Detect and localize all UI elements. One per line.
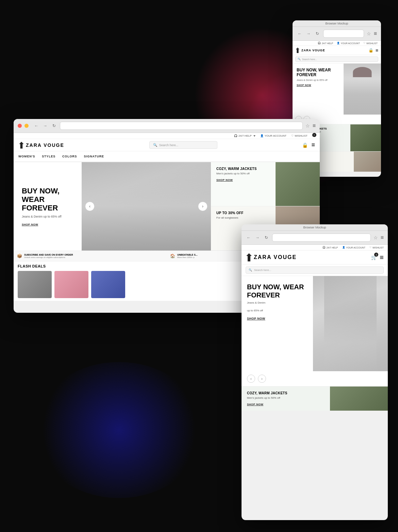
account-link-1[interactable]: 👤 YOUR ACCOUNT: [337, 42, 360, 45]
browser-toolbar-2: ← → ↻ ☆ ≡: [14, 119, 320, 133]
account-link-3[interactable]: 👤 YOUR ACCOUNT: [342, 246, 365, 249]
carousel-prev-3[interactable]: ‹: [247, 375, 255, 383]
bookmark-icon-1[interactable]: ☆: [367, 31, 371, 36]
headset-icon-1: 🎧: [318, 42, 321, 45]
hero-subtitle-1: Jeans & Denim up to 65% off: [297, 79, 339, 81]
hero-image-1: [344, 64, 381, 115]
back-button-2[interactable]: ←: [33, 123, 39, 129]
search-container-3: 🔍 Search here...: [242, 264, 388, 276]
card-jackets-cta-3[interactable]: SHOP NOW: [247, 403, 325, 406]
refresh-button-2[interactable]: ↻: [51, 123, 57, 129]
cart-icon-3[interactable]: 🛒0: [371, 255, 377, 260]
carousel-prev-2[interactable]: ‹: [85, 202, 95, 211]
card-jackets-cta-2[interactable]: SHOP NOW: [216, 178, 270, 182]
header-icons-3: 🛒0 ≡: [371, 254, 384, 261]
carousel-next-2[interactable]: ›: [198, 202, 208, 211]
help-link-3[interactable]: 🎧 24/7 HELP: [322, 246, 338, 249]
hero-cta-container-3: SHOP NOW: [247, 317, 308, 320]
wishlist-link-2[interactable]: ♡ WISHLIST: [291, 134, 308, 137]
close-btn-2[interactable]: [18, 124, 22, 128]
card-jackets-title-2: COZY, WARM JACKETS: [216, 167, 270, 171]
card-sunglasses-sub-2: For all sunglasses: [216, 216, 270, 219]
browser-toolbar-1: ← → ↻ ☆ ≡: [293, 27, 381, 41]
card-sunglasses-title-2: UP TO 30% OFF: [216, 211, 270, 215]
hamburger-icon-3[interactable]: ≡: [380, 254, 384, 261]
bookmark-icon-2[interactable]: ☆: [305, 123, 310, 128]
forward-button-1[interactable]: →: [305, 31, 312, 37]
refresh-button-1[interactable]: ↻: [314, 31, 320, 37]
wishlist-link-3[interactable]: ♡ WISHLIST: [369, 246, 384, 249]
hero-title-2: BUY NOW, WEAR FOREVER: [22, 187, 73, 212]
search-bar-1[interactable]: 🔍 Search here...: [295, 56, 378, 62]
card-jackets-text-2: COZY, WARM JACKETS Men's jackets up to 5…: [211, 162, 276, 206]
search-icon-2: 🔍: [153, 143, 157, 147]
nav-signature-2[interactable]: SIGNATURE: [84, 151, 104, 161]
menu-icon-2[interactable]: ≡: [313, 123, 316, 129]
deal-item-1[interactable]: [18, 271, 52, 298]
account-link-2[interactable]: 👤 YOUR ACCOUNT: [260, 134, 286, 137]
card-jackets-sub-3: Men's jackets up to 50% off: [247, 396, 325, 399]
model-overlay-2: [82, 162, 211, 251]
logo-3: ZARA VOUGE: [246, 253, 297, 261]
header-icons-1: 🔒 ≡: [368, 48, 378, 53]
cart-count-2: 0: [312, 133, 316, 137]
lock-icon-2[interactable]: 🔒: [302, 142, 308, 148]
logo-text-3: ZARA VOUGE: [254, 254, 297, 260]
back-button-1[interactable]: ←: [297, 31, 303, 37]
search-container-1: 🔍 Search here...: [293, 55, 381, 64]
help-link-2[interactable]: 🎧 24/7 HELP: [234, 134, 255, 137]
hero-text-3: BUY NOW, WEAR FOREVER Jeans & Denim up t…: [242, 276, 313, 371]
nav-styles-2[interactable]: STYLES: [42, 151, 55, 161]
logo-icon-2: [18, 142, 24, 149]
user-icon-1: 👤: [337, 42, 340, 45]
logo-2: ZARA VOUGE: [18, 142, 64, 149]
forward-button-3[interactable]: →: [254, 235, 261, 241]
card-sunglasses-img-1: [354, 152, 381, 172]
hamburger-icon-2[interactable]: ≡: [311, 141, 315, 149]
cart-badge-2[interactable]: 🛍 0: [312, 134, 315, 137]
hero-subtitle-2: Jeans & Denim up to 65% off: [22, 215, 73, 218]
wishlist-link-1[interactable]: ♡ WISHLIST: [363, 42, 378, 45]
bookmark-icon-3[interactable]: ☆: [374, 235, 378, 240]
address-bar-2[interactable]: [60, 122, 303, 130]
hero-cta-2[interactable]: SHOP NOW: [22, 223, 73, 226]
back-button-3[interactable]: ←: [246, 235, 252, 241]
cart-icon-1[interactable]: 🔒: [368, 48, 374, 53]
search-input-2[interactable]: 🔍 Search here...: [149, 141, 217, 149]
header-main-2: ZARA VOUGE 🔍 Search here... 🔒 ≡: [14, 139, 320, 151]
model-figure-3: [324, 276, 377, 371]
header-top-1: 🎧 24/7 HELP 👤 YOUR ACCOUNT ♡ WISHLIST: [293, 41, 381, 46]
search-icon-3: 🔍: [249, 269, 252, 272]
search-icon-1: 🔍: [298, 58, 301, 61]
deal-item-2[interactable]: [54, 271, 88, 298]
menu-icon-1[interactable]: ≡: [374, 31, 377, 37]
hero-image-3: [313, 276, 388, 371]
minimize-btn-2[interactable]: [24, 124, 29, 128]
carousel-next-3[interactable]: ›: [258, 375, 266, 383]
header-top-3: 🎧 24/7 HELP 👤 YOUR ACCOUNT ♡ WISHLIST: [242, 245, 388, 251]
forward-button-2[interactable]: →: [42, 123, 48, 129]
header-main-3: ZARA VOUGE 🛒0 ≡: [242, 251, 388, 264]
address-bar-3[interactable]: [272, 234, 371, 242]
menu-icon-3[interactable]: ≡: [381, 235, 384, 241]
search-bar-3[interactable]: 🔍 Search here...: [246, 267, 384, 274]
hamburger-icon-1[interactable]: ≡: [376, 48, 378, 53]
hero-subtitle-line1-3: Jeans & Denim: [247, 301, 308, 304]
logo-text-2: ZARA VOUGE: [26, 142, 64, 148]
nav-womens-2[interactable]: WOMEN'S: [18, 151, 35, 161]
hero-cta-1[interactable]: SHOP NOW: [297, 84, 339, 86]
help-link-1[interactable]: 🎧 24/7 HELP: [318, 42, 333, 45]
benefit-subscribe-text-2: SUBSCRIBE AND SAVE ON EVERY ORDER Unlock…: [24, 254, 73, 258]
user-icon-3: 👤: [342, 246, 345, 249]
browser-title-3: Browser Mockup: [242, 224, 388, 231]
refresh-button-3[interactable]: ↻: [263, 235, 269, 241]
heart-icon-3: ♡: [369, 246, 371, 249]
address-bar-1[interactable]: [323, 30, 364, 38]
header-main-1: ZARA VOUGE 🔒 ≡: [293, 46, 381, 55]
deal-item-3[interactable]: [91, 271, 125, 298]
nav-colors-2[interactable]: COLORS: [62, 151, 77, 161]
logo-1: ZARA VOUGE: [295, 48, 325, 53]
hero-section-3: BUY NOW, WEAR FOREVER Jeans & Denim up t…: [242, 276, 388, 371]
hero-cta-3[interactable]: SHOP NOW: [247, 317, 308, 320]
card-jackets-2: COZY, WARM JACKETS Men's jackets up to 5…: [211, 162, 320, 206]
